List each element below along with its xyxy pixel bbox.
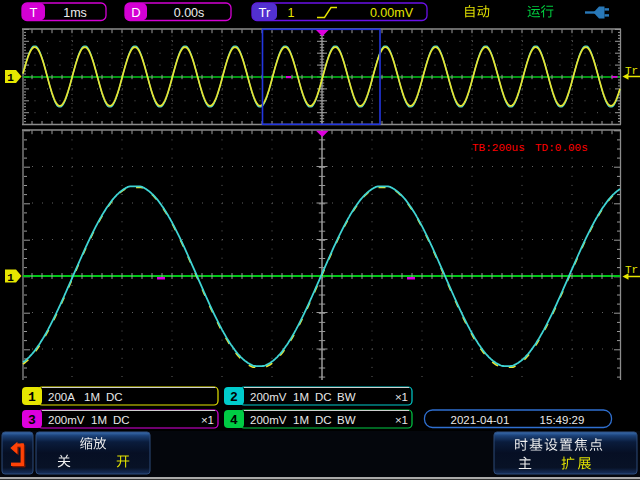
svg-text:1M: 1M [84,391,100,403]
svg-text:×1: ×1 [395,414,408,426]
svg-text:×1: ×1 [395,391,408,403]
svg-text:1: 1 [28,390,36,405]
svg-text:1: 1 [288,6,295,20]
svg-text:TB:200us: TB:200us [472,142,525,154]
svg-text:0.00s: 0.00s [174,6,205,20]
svg-text:BW: BW [337,414,356,426]
svg-text:4: 4 [230,413,238,428]
svg-text:D: D [131,5,140,20]
svg-text:2: 2 [230,390,238,405]
svg-text:1: 1 [7,272,14,284]
svg-text:1: 1 [7,72,14,84]
svg-text:Tr: Tr [259,5,271,20]
svg-text:DC: DC [315,414,332,426]
svg-text:1M: 1M [293,414,309,426]
svg-text:200mV: 200mV [250,391,287,403]
svg-text:DC: DC [113,414,130,426]
svg-text:3: 3 [28,413,36,428]
svg-text:200mV: 200mV [48,414,85,426]
svg-text:1M: 1M [293,391,309,403]
svg-text:1M: 1M [91,414,107,426]
svg-text:200mV: 200mV [250,414,287,426]
svg-text:200A: 200A [48,391,75,403]
svg-text:TD:0.00s: TD:0.00s [535,142,588,154]
svg-text:0.00mV: 0.00mV [370,6,414,20]
svg-text:2021-04-01: 2021-04-01 [451,414,510,426]
svg-text:1ms: 1ms [63,6,87,20]
svg-text:DC: DC [106,391,123,403]
svg-text:15:49:29: 15:49:29 [540,414,585,426]
svg-text:BW: BW [337,391,356,403]
svg-text:T: T [30,5,38,20]
svg-text:×1: ×1 [201,414,214,426]
svg-text:DC: DC [315,391,332,403]
